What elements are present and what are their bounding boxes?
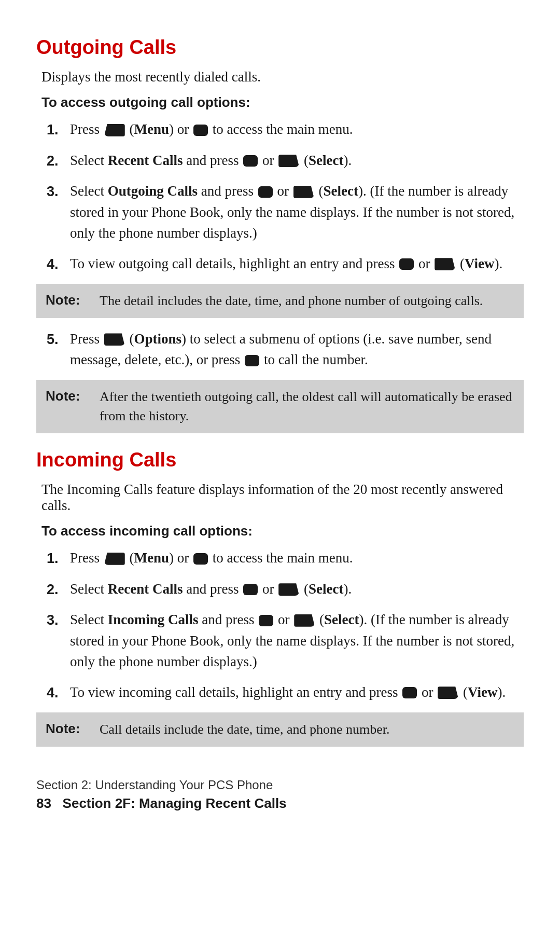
in-select-bold-2: Select [324,612,359,627]
select-bold: Select [309,153,343,168]
in-view-bold: View [468,684,497,700]
step-4-content: To view outgoing call details, highlight… [70,253,524,274]
in-step-num-2: 2. [47,579,70,600]
note-label-2: Note: [46,387,92,404]
outgoing-intro: Displays the most recently dialed calls. [41,69,524,85]
incoming-calls-title: Incoming Calls [36,449,524,471]
incoming-step-3: 3. Select Incoming Calls and press or (S… [47,609,524,672]
outgoing-subheading: To access outgoing call options: [41,94,524,111]
outgoing-steps-list: 1. Press (Menu) or to access the main me… [47,119,524,274]
in-menu-bold: Menu [134,550,170,566]
outgoing-calls-title: Outgoing Calls [36,36,524,59]
in-menu-left-softkey [104,553,125,565]
page-footer: Section 2: Understanding Your PCS Phone … [36,778,524,812]
outgoing-calls-bold: Outgoing Calls [108,183,198,199]
in-center-button-2 [243,584,258,595]
step-num-3: 3. [47,181,70,202]
in-incoming-calls-bold: Incoming Calls [108,612,199,627]
incoming-step-4: 4. To view incoming call details, highli… [47,682,524,704]
in-step-num-3: 3. [47,609,70,631]
outgoing-step-5: 5. Press (Options) to select a submenu o… [47,328,524,370]
note-text-2: After the twentieth outgoing call, the o… [100,387,514,426]
outgoing-step-3: 3. Select Outgoing Calls and press or (S… [47,181,524,244]
in-step-3-content: Select Incoming Calls and press or (Sele… [70,609,524,672]
in-step-1-content: Press (Menu) or to access the main menu. [70,547,524,569]
in-select-bold: Select [309,581,343,597]
note-text-1: The detail includes the date, time, and … [100,291,483,311]
in-step-2-content: Select Recent Calls and press or (Select… [70,579,524,600]
incoming-calls-section: Incoming Calls The Incoming Calls featur… [36,449,524,747]
outgoing-step-1: 1. Press (Menu) or to access the main me… [47,119,524,141]
in-center-button-4 [402,687,417,698]
menu-bold: Menu [134,121,170,137]
incoming-note-1: Note: Call details include the date, tim… [36,712,524,747]
center-button-4 [399,258,414,270]
recent-calls-bold: Recent Calls [108,153,183,168]
step-3-content: Select Outgoing Calls and press or (Sele… [70,181,524,244]
center-button-3 [258,186,273,198]
center-button-2 [243,155,258,167]
outgoing-step-2: 2. Select Recent Calls and press or (Sel… [47,150,524,172]
note-label-1: Note: [46,291,92,308]
footer-section-name: Section 2F: Managing Recent Calls [63,795,287,811]
step-5-content: Press (Options) to select a submenu of o… [70,328,524,370]
options-right-softkey [104,333,125,346]
in-note-label-1: Note: [46,720,92,737]
select-bold-2: Select [324,183,358,199]
center-button-5 [245,355,259,366]
step-num-2: 2. [47,150,70,172]
incoming-subheading: To access incoming call options: [41,523,524,539]
in-center-button-1 [193,553,208,565]
step-num-4: 4. [47,253,70,275]
select-right-softkey-2 [293,186,314,198]
options-bold: Options [134,331,182,347]
step-num-5: 5. [47,328,70,350]
step-num-1: 1. [47,119,70,141]
step-1-content: Press (Menu) or to access the main menu. [70,119,524,140]
footer-section-label: Section 2: Understanding Your PCS Phone [36,778,524,792]
incoming-steps-list: 1. Press (Menu) or to access the main me… [47,547,524,703]
outgoing-note-2: Note: After the twentieth outgoing call,… [36,380,524,433]
in-step-4-content: To view incoming call details, highlight… [70,682,524,703]
in-view-right-softkey [438,686,458,699]
footer-section-bold: 83 Section 2F: Managing Recent Calls [36,795,524,812]
footer-page-num: 83 [36,795,51,811]
view-right-softkey [435,258,455,270]
incoming-step-1: 1. Press (Menu) or to access the main me… [47,547,524,569]
select-right-softkey [278,155,299,167]
outgoing-note-1: Note: The detail includes the date, time… [36,284,524,318]
in-center-button-3 [259,615,273,626]
in-note-text-1: Call details include the date, time, and… [100,720,390,739]
in-step-num-1: 1. [47,547,70,569]
in-select-right-softkey [278,583,299,596]
in-recent-calls-bold: Recent Calls [108,581,183,597]
outgoing-calls-section: Outgoing Calls Displays the most recentl… [36,36,524,433]
incoming-step-2: 2. Select Recent Calls and press or (Sel… [47,579,524,600]
outgoing-step-5-list: 5. Press (Options) to select a submenu o… [47,328,524,370]
menu-left-softkey [104,124,125,136]
center-button [193,125,208,136]
incoming-intro: The Incoming Calls feature displays info… [41,482,524,514]
step-2-content: Select Recent Calls and press or (Select… [70,150,524,171]
in-step-num-4: 4. [47,682,70,704]
outgoing-step-4: 4. To view outgoing call details, highli… [47,253,524,275]
view-bold: View [465,256,494,271]
in-select-right-softkey-2 [294,614,315,627]
